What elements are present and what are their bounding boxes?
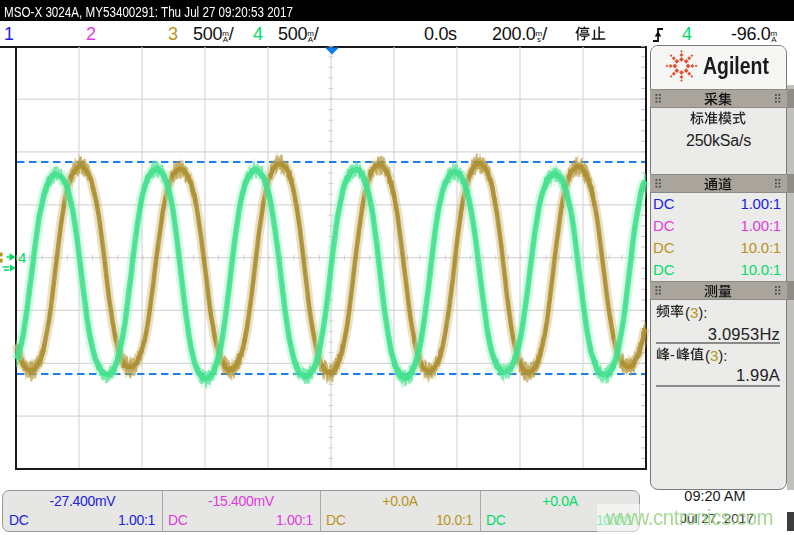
svg-text:4: 4 — [18, 249, 26, 266]
